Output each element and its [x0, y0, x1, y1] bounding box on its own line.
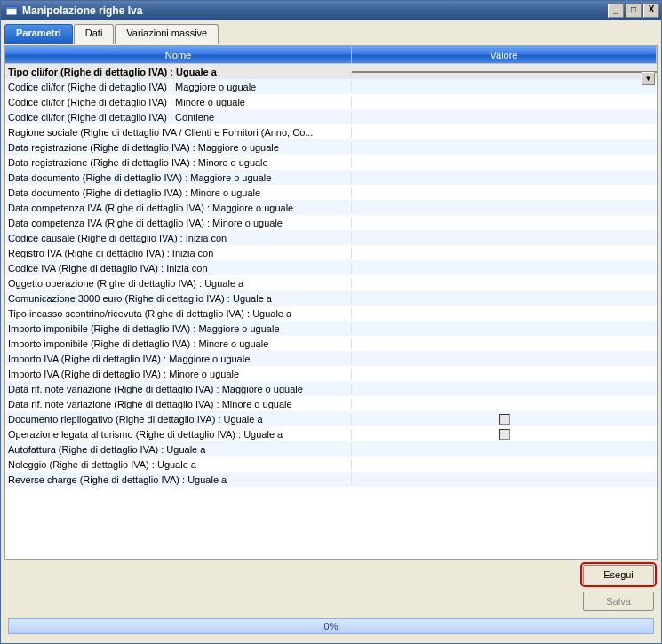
svg-rect-1 [6, 7, 17, 9]
row-label: Noleggio (Righe di dettaglio IVA) : Ugua… [5, 459, 352, 470]
row-label: Codice cli/for (Righe di dettaglio IVA) … [5, 97, 352, 107]
row-label: Comunicazione 3000 euro (Righe di dettag… [5, 293, 352, 304]
row-label: Data documento (Righe di dettaglio IVA) … [5, 187, 352, 198]
row-label: Reverse charge (Righe di dettaglio IVA) … [5, 474, 352, 485]
header-nome[interactable]: Nome [5, 46, 352, 63]
row-label: Importo IVA (Righe di dettaglio IVA) : M… [5, 354, 352, 364]
row-label: Codice causale (Righe di dettaglio IVA) … [5, 233, 352, 243]
row-label: Data competenza IVA (Righe di dettaglio … [5, 203, 352, 213]
salva-button[interactable]: Salva [583, 592, 654, 611]
row-label: Importo imponibile (Righe di dettaglio I… [5, 323, 352, 334]
table-row[interactable]: Codice cli/for (Righe di dettaglio IVA) … [5, 79, 657, 94]
titlebar: Manipolazione righe Iva _ □ X [1, 1, 661, 20]
table-row[interactable]: Autofattura (Righe di dettaglio IVA) : U… [5, 441, 657, 457]
maximize-button[interactable]: □ [626, 4, 642, 18]
table-row[interactable]: Data competenza IVA (Righe di dettaglio … [5, 215, 657, 230]
content-area: Parametri Dati Variazioni massive Nome V… [1, 20, 661, 643]
row-label: Oggetto operazione (Righe di dettaglio I… [5, 278, 352, 289]
table-row[interactable]: Importo imponibile (Righe di dettaglio I… [5, 336, 657, 351]
row-value[interactable] [352, 429, 657, 440]
row-label: Registro IVA (Righe di dettaglio IVA) : … [5, 248, 352, 258]
header-valore[interactable]: Valore [352, 46, 657, 63]
table-row[interactable]: Importo imponibile (Righe di dettaglio I… [5, 321, 657, 336]
window: Manipolazione righe Iva _ □ X Parametri … [0, 0, 662, 644]
table-row[interactable]: Data documento (Righe di dettaglio IVA) … [5, 170, 657, 185]
progress-label: 0% [324, 621, 339, 632]
checkbox[interactable] [499, 414, 510, 425]
tab-parametri[interactable]: Parametri [4, 24, 73, 44]
tab-dati[interactable]: Dati [74, 24, 115, 44]
table-row[interactable]: Ragione sociale (Righe di dettaglio IVA … [5, 124, 657, 139]
row-label: Data documento (Righe di dettaglio IVA) … [5, 172, 352, 183]
row-label: Importo imponibile (Righe di dettaglio I… [5, 338, 352, 349]
row-label: Codice cli/for (Righe di dettaglio IVA) … [5, 112, 352, 123]
table-row[interactable]: Documento riepilogativo (Righe di dettag… [5, 411, 657, 426]
window-title: Manipolazione righe Iva [22, 4, 608, 17]
footer-row-esegui: Esegui [4, 563, 658, 586]
table-row[interactable]: Importo IVA (Righe di dettaglio IVA) : M… [5, 366, 657, 381]
row-label: Data registrazione (Righe di dettaglio I… [5, 157, 352, 168]
table-row[interactable]: Registro IVA (Righe di dettaglio IVA) : … [5, 245, 657, 260]
table-row[interactable]: Data rif. note variazione (Righe di dett… [5, 381, 657, 396]
table-row[interactable]: Data rif. note variazione (Righe di dett… [5, 396, 657, 411]
table-row[interactable]: Tipo cli/for (Righe di dettaglio IVA) : … [5, 64, 657, 79]
table-row[interactable]: Codice cli/for (Righe di dettaglio IVA) … [5, 109, 657, 124]
row-value[interactable]: ▼ [352, 71, 657, 73]
row-label: Data registrazione (Righe di dettaglio I… [5, 142, 352, 153]
row-label: Importo IVA (Righe di dettaglio IVA) : M… [5, 369, 352, 379]
chevron-down-icon[interactable]: ▼ [642, 72, 655, 85]
table-row[interactable]: Operazione legata al turismo (Righe di d… [5, 426, 657, 441]
row-label: Data rif. note variazione (Righe di dett… [5, 384, 352, 394]
table-row[interactable]: Data competenza IVA (Righe di dettaglio … [5, 200, 657, 215]
row-label: Operazione legata al turismo (Righe di d… [5, 429, 352, 440]
table-row[interactable]: Oggetto operazione (Righe di dettaglio I… [5, 275, 657, 290]
row-label: Tipo incasso scontrino/ricevuta (Righe d… [5, 308, 352, 319]
row-label: Data rif. note variazione (Righe di dett… [5, 399, 352, 409]
table-row[interactable]: Comunicazione 3000 euro (Righe di dettag… [5, 290, 657, 306]
tab-bar: Parametri Dati Variazioni massive [4, 24, 658, 44]
footer: Esegui Salva 0% [4, 561, 658, 640]
table-row[interactable]: Codice cli/for (Righe di dettaglio IVA) … [5, 94, 657, 109]
table-row[interactable]: Noleggio (Righe di dettaglio IVA) : Ugua… [5, 457, 657, 472]
app-icon [4, 4, 19, 18]
window-buttons: _ □ X [608, 4, 659, 18]
row-label: Autofattura (Righe di dettaglio IVA) : U… [5, 444, 352, 455]
row-label: Codice cli/for (Righe di dettaglio IVA) … [5, 82, 352, 92]
minimize-button[interactable]: _ [608, 4, 624, 18]
table-row[interactable]: Tipo incasso scontrino/ricevuta (Righe d… [5, 306, 657, 321]
grid-headers: Nome Valore [5, 46, 657, 64]
grid-rows: Tipo cli/for (Righe di dettaglio IVA) : … [5, 64, 657, 559]
table-row[interactable]: Codice IVA (Righe di dettaglio IVA) : In… [5, 260, 657, 275]
row-value[interactable] [352, 414, 657, 425]
footer-row-salva: Salva [4, 590, 658, 613]
row-label: Codice IVA (Righe di dettaglio IVA) : In… [5, 263, 352, 274]
row-label: Tipo cli/for (Righe di dettaglio IVA) : … [5, 67, 352, 77]
checkbox[interactable] [499, 429, 510, 440]
row-label: Ragione sociale (Righe di dettaglio IVA … [5, 127, 352, 138]
table-row[interactable]: Data registrazione (Righe di dettaglio I… [5, 155, 657, 170]
table-row[interactable]: Codice causale (Righe di dettaglio IVA) … [5, 230, 657, 245]
table-row[interactable]: Data registrazione (Righe di dettaglio I… [5, 139, 657, 155]
close-button[interactable]: X [643, 4, 659, 18]
table-row[interactable]: Importo IVA (Righe di dettaglio IVA) : M… [5, 351, 657, 366]
table-row[interactable]: Reverse charge (Righe di dettaglio IVA) … [5, 472, 657, 487]
grid-panel: Nome Valore Tipo cli/for (Righe di detta… [4, 45, 658, 560]
esegui-button[interactable]: Esegui [583, 565, 654, 584]
tab-variazioni-massive[interactable]: Variazioni massive [115, 24, 219, 44]
row-label: Data competenza IVA (Righe di dettaglio … [5, 218, 352, 228]
table-row[interactable]: Data documento (Righe di dettaglio IVA) … [5, 185, 657, 200]
row-label: Documento riepilogativo (Righe di dettag… [5, 414, 352, 425]
progress-bar: 0% [8, 618, 654, 634]
